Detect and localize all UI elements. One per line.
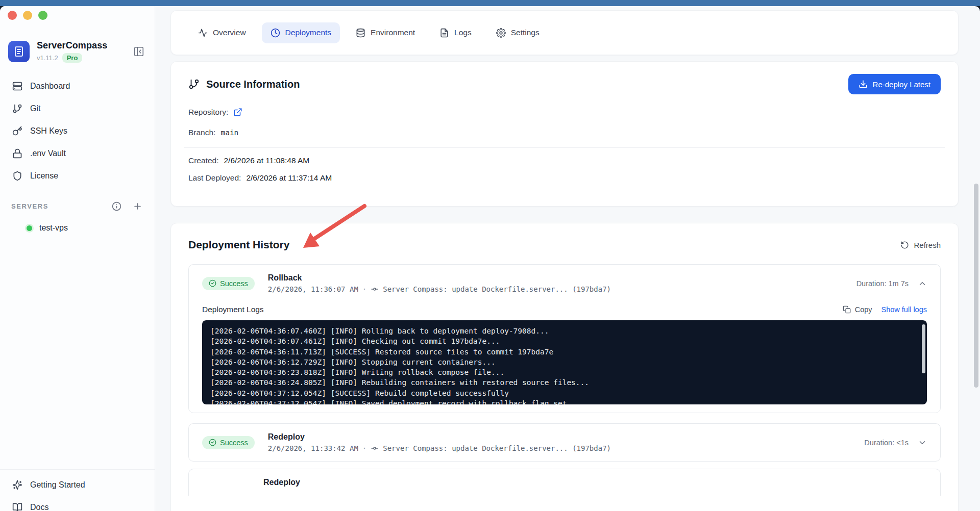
- deployment-title: Redeploy: [268, 432, 611, 442]
- deployment-item-partial[interactable]: Redeploy: [188, 469, 941, 496]
- log-line: [2026-02-06T04:37:12.054Z] [SUCCESS] Reb…: [210, 388, 919, 398]
- refresh-icon: [900, 241, 909, 249]
- page-scrollbar-thumb[interactable]: [974, 184, 978, 388]
- sidebar-item-label: Git: [30, 104, 40, 113]
- sidebar-item-docs[interactable]: Docs: [0, 496, 155, 511]
- deployment-logs-section: Deployment Logs Copy Show full logs [202…: [189, 302, 940, 413]
- created-label: Created:: [188, 156, 218, 165]
- app-header: ServerCompass v1.11.2 Pro: [8, 40, 144, 63]
- sidebar-item-getting-started[interactable]: Getting Started: [0, 474, 155, 496]
- sidebar-item-label: Getting Started: [30, 480, 85, 490]
- minimize-window-button[interactable]: [23, 11, 32, 20]
- activity-icon: [198, 28, 208, 38]
- deployment-logs-title: Deployment Logs: [202, 305, 264, 314]
- clock-icon: [271, 28, 280, 38]
- show-full-logs-link[interactable]: Show full logs: [881, 305, 927, 314]
- deployment-history-card: Deployment History Refresh Success Rollb…: [170, 223, 959, 511]
- deployment-title: Rollback: [268, 273, 611, 283]
- deployment-commit-message: Server Compass: update Dockerfile.server…: [383, 285, 611, 293]
- add-server-plus-icon[interactable]: [133, 201, 142, 211]
- sidebar: ServerCompass v1.11.2 Pro Dashboard Git: [0, 6, 155, 511]
- refresh-button[interactable]: Refresh: [900, 241, 941, 249]
- app-window: ServerCompass v1.11.2 Pro Dashboard Git: [0, 6, 980, 511]
- sidebar-item-env-vault[interactable]: .env Vault: [0, 142, 155, 165]
- chevron-up-icon[interactable]: [918, 279, 927, 288]
- status-badge-label: Success: [220, 439, 248, 447]
- deployment-duration: Duration: 1m 7s: [856, 279, 909, 288]
- sidebar-server-test-vps[interactable]: test-vps: [0, 220, 155, 236]
- redeploy-latest-button[interactable]: Re-deploy Latest: [848, 74, 941, 94]
- sidebar-footer: Getting Started Docs: [0, 469, 155, 511]
- sidebar-item-ssh-keys[interactable]: SSH Keys: [0, 120, 155, 142]
- repository-label: Repository:: [188, 108, 228, 117]
- log-line: [2026-02-06T04:36:12.729Z] [INFO] Stoppi…: [210, 357, 919, 367]
- sidebar-item-label: SSH Keys: [30, 126, 67, 136]
- sidebar-item-git[interactable]: Git: [0, 97, 155, 120]
- sidebar-item-dashboard[interactable]: Dashboard: [0, 75, 155, 97]
- tab-deployments[interactable]: Deployments: [262, 22, 340, 43]
- last-deployed-label: Last Deployed:: [188, 173, 241, 183]
- copy-logs-button[interactable]: Copy: [843, 305, 872, 314]
- status-badge: Success: [202, 436, 255, 449]
- app-name: ServerCompass: [37, 40, 107, 51]
- servers-label: SERVERS: [11, 202, 112, 210]
- tab-bar: Overview Deployments Environment Logs Se…: [170, 10, 959, 55]
- app-logo-icon: [8, 41, 30, 62]
- sidebar-item-label: .env Vault: [30, 149, 66, 158]
- lock-icon: [12, 148, 22, 159]
- plan-badge: Pro: [62, 53, 83, 63]
- branch-label: Branch:: [188, 128, 215, 137]
- last-deployed-value: 2/6/2026 at 11:37:14 AM: [246, 173, 332, 183]
- git-commit-icon: [371, 285, 379, 293]
- server-icon: [12, 81, 22, 91]
- deployment-log-terminal[interactable]: [2026-02-06T04:36:07.460Z] [INFO] Rollin…: [202, 320, 927, 404]
- external-link-icon[interactable]: [233, 108, 242, 117]
- panel-left-collapse-icon[interactable]: [133, 46, 144, 57]
- window-top-strip: [0, 0, 980, 6]
- tab-label: Settings: [511, 28, 540, 37]
- log-line: [2026-02-06T04:36:07.461Z] [INFO] Checki…: [210, 336, 919, 346]
- deployment-history-title: Deployment History: [188, 239, 289, 251]
- close-window-button[interactable]: [8, 11, 17, 20]
- tab-overview[interactable]: Overview: [189, 22, 255, 43]
- log-line: [2026-02-06T04:36:07.460Z] [INFO] Rollin…: [210, 326, 919, 336]
- source-information-card: Source Information Re-deploy Latest Repo…: [170, 61, 959, 207]
- copy-label: Copy: [855, 305, 872, 314]
- tab-label: Logs: [454, 28, 472, 37]
- refresh-label: Refresh: [914, 241, 941, 249]
- deployment-item-header[interactable]: Success Rollback 2/6/2026, 11:36:07 AM ·…: [189, 265, 940, 302]
- sidebar-item-license[interactable]: License: [0, 165, 155, 187]
- deployment-duration: Duration: <1s: [864, 439, 909, 447]
- file-text-icon: [439, 28, 449, 38]
- separator: ·: [362, 285, 366, 293]
- sidebar-item-label: Docs: [30, 503, 48, 511]
- info-circle-icon[interactable]: [112, 201, 121, 211]
- deployment-item-redeploy: Success Redeploy 2/6/2026, 11:33:42 AM ·…: [188, 423, 941, 462]
- redeploy-button-label: Re-deploy Latest: [873, 80, 930, 89]
- tab-logs[interactable]: Logs: [431, 22, 480, 43]
- divider: [184, 147, 945, 148]
- traffic-lights: [0, 6, 155, 20]
- separator: ·: [362, 444, 366, 452]
- download-icon: [859, 80, 868, 89]
- deployment-timestamp: 2/6/2026, 11:33:42 AM: [268, 444, 358, 452]
- git-branch-icon: [188, 79, 200, 90]
- key-icon: [12, 126, 22, 136]
- status-badge-label: Success: [220, 279, 248, 288]
- created-value: 2/6/2026 at 11:08:48 AM: [224, 156, 309, 165]
- chevron-down-icon[interactable]: [918, 438, 927, 447]
- deployment-item-header[interactable]: Success Redeploy 2/6/2026, 11:33:42 AM ·…: [189, 424, 940, 461]
- shield-icon: [12, 171, 22, 181]
- app-version: v1.11.2: [37, 54, 58, 62]
- main-content: Overview Deployments Environment Logs Se…: [155, 6, 980, 511]
- maximize-window-button[interactable]: [38, 11, 47, 20]
- branch-value: main: [220, 129, 238, 137]
- tab-label: Deployments: [285, 28, 331, 37]
- tab-settings[interactable]: Settings: [487, 22, 548, 43]
- status-badge: Success: [202, 277, 255, 290]
- server-status-dot: [27, 225, 32, 231]
- tab-environment[interactable]: Environment: [347, 22, 424, 43]
- section-title: Source Information: [206, 79, 300, 90]
- git-branch-icon: [12, 104, 22, 114]
- terminal-scrollbar-thumb[interactable]: [922, 324, 925, 373]
